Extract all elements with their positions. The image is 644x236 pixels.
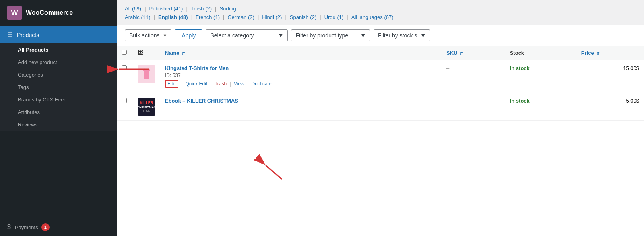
filter-type-label: Filter by product type xyxy=(295,32,348,39)
sidebar-logo-text: WooCommerce xyxy=(26,9,73,17)
table-row: Kingsted T-Shirts for Men ID: 537 Edit |… xyxy=(117,60,644,93)
row1-sep1: | xyxy=(181,81,184,87)
category-label: Select a category xyxy=(210,32,254,39)
sidebar-item-tags[interactable]: Tags xyxy=(0,81,117,93)
row1-stock-cell: In stock xyxy=(505,60,576,93)
row2-stock-status: In stock xyxy=(510,98,530,104)
lang-bar: Arabic (11) | English (48) | French (1) … xyxy=(125,14,636,20)
bulk-actions-dropdown[interactable]: Bulk actions ▼ xyxy=(125,29,171,41)
lsep4: | xyxy=(258,14,259,20)
lang-arabic[interactable]: Arabic (11) xyxy=(125,14,151,20)
category-chevron-icon: ▼ xyxy=(278,32,284,39)
row2-price: 5.00$ xyxy=(626,98,639,104)
row1-trash-link[interactable]: Trash xyxy=(215,81,227,87)
payments-label: Payments xyxy=(15,224,38,230)
row1-image-cell xyxy=(133,60,160,93)
row1-product-name-link[interactable]: Kingsted T-Shirts for Men xyxy=(165,65,229,71)
sidebar-item-brands[interactable]: Brands by CTX Feed xyxy=(0,93,117,106)
lang-all[interactable]: All languages (67) xyxy=(351,14,394,20)
lang-german[interactable]: German (2) xyxy=(227,14,254,20)
table-header: 🖼 Name ⇵ SKU ⇵ Stock Price ⇵ xyxy=(117,46,644,60)
filter-stock-chevron-icon: ▼ xyxy=(420,32,426,39)
products-icon: ☰ xyxy=(7,31,13,39)
lang-french[interactable]: French (1) xyxy=(196,14,220,20)
filter-type-dropdown[interactable]: Filter by product type ▼ xyxy=(291,29,370,41)
row1-edit-highlight: Edit xyxy=(165,80,178,88)
tshirt-svg xyxy=(140,68,153,81)
col-image: 🖼 xyxy=(133,46,160,60)
sidebar-nav: ☰ Products All Products Add new product … xyxy=(0,26,117,218)
lsep1: | xyxy=(154,14,155,20)
col-sku[interactable]: SKU ⇵ xyxy=(442,46,505,60)
sku-sort-icon: ⇵ xyxy=(460,51,463,56)
products-table: 🖼 Name ⇵ SKU ⇵ Stock Price ⇵ xyxy=(117,46,644,121)
book-cover-text: KILLER CHRISTMAS FREE xyxy=(137,101,156,113)
row1-product-image xyxy=(138,65,155,83)
row1-sep2: | xyxy=(211,81,213,87)
row1-duplicate-link[interactable]: Duplicate xyxy=(252,81,272,87)
col-price[interactable]: Price ⇵ xyxy=(576,46,644,60)
select-all-checkbox[interactable] xyxy=(122,50,127,55)
row1-checkbox[interactable] xyxy=(122,65,127,70)
status-sorting-link[interactable]: Sorting xyxy=(219,6,236,12)
sidebar-item-reviews[interactable]: Reviews xyxy=(0,118,117,131)
row1-view-link[interactable]: View xyxy=(234,81,244,87)
status-published-link[interactable]: Published (41) xyxy=(149,6,183,12)
row1-product-actions: Edit | Quick Edit | Trash | View | Dupli… xyxy=(165,80,437,88)
bulk-actions-label: Bulk actions xyxy=(129,32,159,39)
bulk-actions-chevron-icon: ▼ xyxy=(163,33,167,38)
row2-product-image: KILLER CHRISTMAS FREE xyxy=(138,98,155,116)
lang-english[interactable]: English (48) xyxy=(158,14,188,20)
lsep7: | xyxy=(347,14,348,20)
sep1: | xyxy=(144,6,146,12)
row2-stock-cell: In stock xyxy=(505,93,576,121)
row1-price-cell: 15.00$ xyxy=(576,60,644,93)
sidebar-item-add-new-product[interactable]: Add new product xyxy=(0,56,117,68)
status-all-link[interactable]: All (69) xyxy=(125,6,141,12)
table-row: KILLER CHRISTMAS FREE Ebook – KILLER CHR… xyxy=(117,93,644,121)
sidebar-footer-payments[interactable]: $ Payments 1 xyxy=(0,218,117,236)
col-stock: Stock xyxy=(505,46,576,60)
row2-name-cell: Ebook – KILLER CHRISTMAS xyxy=(160,93,442,121)
category-dropdown[interactable]: Select a category ▼ xyxy=(206,29,288,41)
sidebar-submenu: All Products Add new product Categories … xyxy=(0,43,117,131)
row2-checkbox[interactable] xyxy=(122,98,127,103)
sidebar-item-attributes[interactable]: Attributes xyxy=(0,106,117,118)
lsep5: | xyxy=(285,14,286,20)
woocommerce-logo-icon: W xyxy=(7,6,22,20)
lang-urdu[interactable]: Urdu (1) xyxy=(324,14,344,20)
logo-letter: W xyxy=(11,9,18,17)
status-trash-link[interactable]: Trash (2) xyxy=(191,6,212,12)
filter-stock-dropdown[interactable]: Filter by stock s ▼ xyxy=(374,29,430,41)
payments-icon: $ xyxy=(7,224,11,231)
apply-button[interactable]: Apply xyxy=(175,29,202,41)
row2-product-name-link[interactable]: Ebook – KILLER CHRISTMAS xyxy=(165,98,238,104)
row2-checkbox-cell xyxy=(117,93,133,121)
filter-type-chevron-icon: ▼ xyxy=(360,32,366,39)
sidebar-item-products[interactable]: ☰ Products xyxy=(0,26,117,43)
col-name[interactable]: Name ⇵ xyxy=(160,46,442,60)
row1-product-id: ID: 537 xyxy=(165,72,437,78)
lsep3: | xyxy=(223,14,224,20)
row1-name-cell: Kingsted T-Shirts for Men ID: 537 Edit |… xyxy=(160,60,442,93)
row2-sku-cell: – xyxy=(442,93,505,121)
name-sort-icon: ⇵ xyxy=(182,51,185,56)
row1-edit-link[interactable]: Edit xyxy=(167,81,176,87)
status-bar: All (69) | Published (41) | Trash (2) | … xyxy=(125,6,636,12)
lsep6: | xyxy=(320,14,321,20)
row1-sep3: | xyxy=(230,81,232,87)
sidebar-item-categories[interactable]: Categories xyxy=(0,68,117,81)
main-content: All (69) | Published (41) | Trash (2) | … xyxy=(117,0,644,236)
row1-stock-status: In stock xyxy=(510,65,530,71)
lang-hindi[interactable]: Hindi (2) xyxy=(262,14,282,20)
lang-spanish[interactable]: Spanish (2) xyxy=(290,14,316,20)
sidebar-logo[interactable]: W WooCommerce xyxy=(0,0,117,26)
row1-sku-cell: – xyxy=(442,60,505,93)
row2-price-cell: 5.00$ xyxy=(576,93,644,121)
sidebar-products-label: Products xyxy=(17,32,39,38)
row2-image-cell: KILLER CHRISTMAS FREE xyxy=(133,93,160,121)
row1-quick-edit-link[interactable]: Quick Edit xyxy=(185,81,207,87)
row1-sep4: | xyxy=(247,81,250,87)
sidebar-item-all-products[interactable]: All Products xyxy=(0,43,117,56)
sep2: | xyxy=(186,6,187,12)
